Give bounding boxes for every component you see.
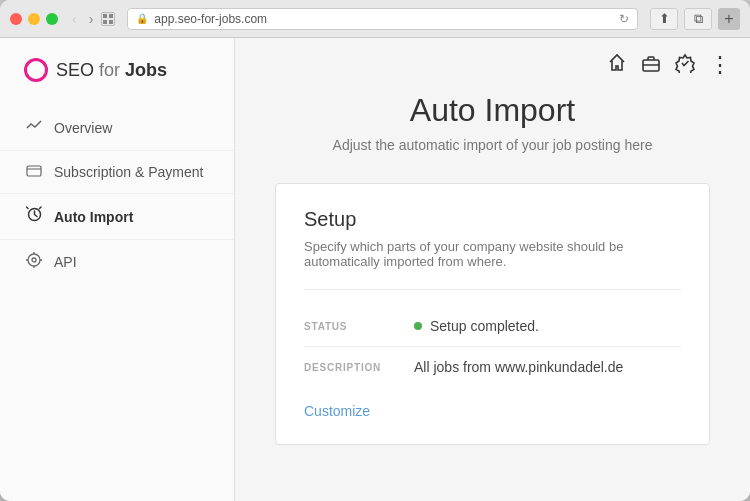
url-text: app.seo-for-jobs.com [154, 12, 267, 26]
svg-rect-4 [27, 166, 41, 176]
description-label: DESCRIPTION [304, 362, 414, 373]
duplicate-button[interactable]: ⧉ [684, 8, 712, 30]
sidebar-item-api[interactable]: API [0, 240, 234, 284]
briefcase-icon[interactable] [641, 54, 661, 77]
close-button[interactable] [10, 13, 22, 25]
home-icon[interactable] [607, 53, 627, 78]
logo-area: SEO for Jobs [0, 58, 234, 106]
minimize-button[interactable] [28, 13, 40, 25]
card-divider [304, 289, 681, 290]
sidebar-nav: Overview Subscription & Payment [0, 106, 234, 284]
sidebar-item-auto-import[interactable]: Auto Import [0, 194, 234, 240]
forward-arrow[interactable]: › [85, 9, 98, 29]
svg-rect-1 [109, 14, 113, 18]
subscription-icon [24, 163, 44, 181]
svg-rect-0 [103, 14, 107, 18]
titlebar: ‹ › 🔒 app.seo-for-jobs.com ↻ ⬆ ⧉ + [0, 0, 750, 38]
back-arrow[interactable]: ‹ [68, 9, 81, 29]
verified-icon[interactable] [675, 53, 695, 78]
new-tab-button[interactable]: + [718, 8, 740, 30]
logo-for: for [94, 60, 125, 80]
titlebar-actions: ⬆ ⧉ + [650, 8, 740, 30]
top-action-bar: ⋮ [235, 38, 750, 92]
main-content: ⋮ Auto Import Adjust the automatic impor… [235, 38, 750, 501]
sidebar: SEO for Jobs Overview [0, 38, 235, 501]
page-content: Auto Import Adjust the automatic import … [235, 92, 750, 485]
status-value: Setup completed. [414, 318, 539, 334]
refresh-icon[interactable]: ↻ [619, 12, 629, 26]
logo-text: SEO for Jobs [56, 60, 167, 81]
nav-arrows: ‹ › [68, 9, 97, 29]
share-button[interactable]: ⬆ [650, 8, 678, 30]
svg-rect-2 [103, 20, 107, 24]
sidebar-label-subscription: Subscription & Payment [54, 164, 203, 180]
svg-point-8 [28, 254, 40, 266]
app-body: SEO for Jobs Overview [0, 38, 750, 501]
logo-icon [24, 58, 48, 82]
customize-link[interactable]: Customize [304, 403, 370, 419]
auto-import-icon [24, 206, 44, 227]
status-dot [414, 322, 422, 330]
logo-seo: SEO [56, 60, 94, 80]
status-text: Setup completed. [430, 318, 539, 334]
status-row: STATUS Setup completed. [304, 306, 681, 347]
lock-icon: 🔒 [136, 13, 148, 24]
description-value: All jobs from www.pinkundadel.de [414, 359, 623, 375]
status-label: STATUS [304, 321, 414, 332]
svg-point-7 [32, 258, 36, 262]
logo-jobs: Jobs [125, 60, 167, 80]
sidebar-label-auto-import: Auto Import [54, 209, 133, 225]
sidebar-item-overview[interactable]: Overview [0, 106, 234, 151]
fullscreen-button[interactable] [46, 13, 58, 25]
description-row: DESCRIPTION All jobs from www.pinkundade… [304, 347, 681, 387]
card-description: Specify which parts of your company webs… [304, 239, 681, 269]
browser-window: ‹ › 🔒 app.seo-for-jobs.com ↻ ⬆ ⧉ + [0, 0, 750, 501]
sidebar-label-overview: Overview [54, 120, 112, 136]
more-icon[interactable]: ⋮ [709, 52, 730, 78]
grid-button[interactable] [101, 12, 115, 26]
api-icon [24, 252, 44, 272]
sidebar-label-api: API [54, 254, 77, 270]
page-title: Auto Import [275, 92, 710, 129]
svg-rect-3 [109, 20, 113, 24]
window-controls [10, 13, 58, 25]
url-bar[interactable]: 🔒 app.seo-for-jobs.com ↻ [127, 8, 638, 30]
card-title: Setup [304, 208, 681, 231]
page-subtitle: Adjust the automatic import of your job … [275, 137, 710, 153]
sidebar-item-subscription[interactable]: Subscription & Payment [0, 151, 234, 194]
overview-icon [24, 118, 44, 138]
setup-card: Setup Specify which parts of your compan… [275, 183, 710, 445]
